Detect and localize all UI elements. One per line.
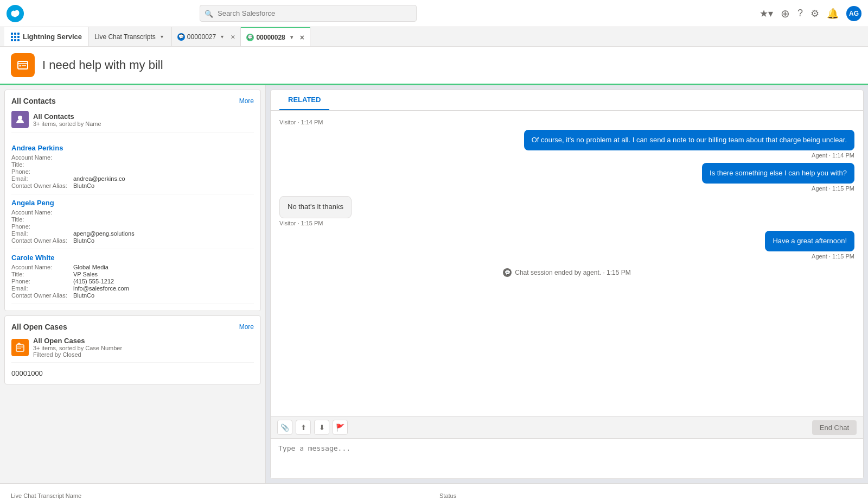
cases-group-icon [11, 339, 29, 356]
contact-phone: Phone: (415) 555-1212 [11, 278, 254, 285]
contact-phone: Phone: [11, 223, 254, 230]
close-icon[interactable]: × [231, 33, 235, 41]
close-icon[interactable]: × [300, 34, 304, 41]
svg-point-5 [18, 116, 22, 120]
field-label: Title: [11, 161, 71, 168]
chat-area: Visitor · 1:14 PM Of course, it's no pro… [271, 111, 863, 416]
field-value: Global Media [73, 264, 108, 270]
contact-name[interactable]: Angela Peng [11, 199, 254, 207]
end-chat-button[interactable]: End Chat [812, 420, 857, 435]
grid-icon [11, 33, 20, 41]
contact-name[interactable]: Carole White [11, 254, 254, 262]
chat-ended-icon: 💬 [503, 268, 512, 277]
favorites-icon[interactable]: ★▾ [760, 8, 773, 20]
status-label: Status [439, 492, 857, 499]
contact-owner: Contact Owner Alias: BlutnCo [11, 292, 254, 299]
svg-point-4 [20, 65, 21, 67]
contact-andrea-perkins: Andrea Perkins Account Name: Title: Phon… [11, 140, 254, 194]
svg-rect-3 [18, 61, 28, 69]
chevron-down-icon[interactable]: ▾ [158, 34, 166, 40]
related-tab-bar: RELATED [271, 90, 863, 111]
chat-message-agent-1: Of course, it's no problem at all. I can… [524, 130, 854, 159]
chat-message-visitor-1: Visitor · 1:14 PM [279, 117, 323, 125]
message-input[interactable] [278, 444, 856, 471]
chevron-down-icon[interactable]: ▾ [288, 34, 296, 40]
svg-point-2 [14, 12, 17, 17]
app-name-label: Lightning Service [23, 33, 82, 41]
tab-label: 00000027 [187, 33, 216, 41]
tab-00000028[interactable]: 💬 00000028 ▾ × [241, 27, 310, 46]
bottom-info-panel: Live Chat Transcript Name 00000028 Statu… [0, 483, 868, 499]
cases-group-title: All Open Cases [33, 337, 122, 345]
contact-owner: Contact Owner Alias: BlutnCo [11, 237, 254, 244]
chat-bubble: Is there something else I can help you w… [702, 163, 854, 184]
help-icon[interactable]: ? [797, 8, 803, 19]
download-button[interactable]: ⬇ [314, 420, 329, 435]
add-icon[interactable]: ⊕ [781, 7, 790, 20]
avatar[interactable]: AG [846, 6, 861, 21]
field-value: BlutnCo [73, 182, 94, 189]
chat-message-agent-3: Have a great afternoon! Agent · 1:15 PM [765, 231, 854, 260]
contact-name[interactable]: Andrea Perkins [11, 144, 254, 152]
search-bar: 🔍 [200, 5, 417, 22]
field-label: Phone: [11, 278, 71, 285]
svg-rect-6 [16, 345, 24, 351]
chevron-down-icon[interactable]: ▾ [218, 34, 226, 40]
contacts-title: All Contacts [11, 97, 56, 105]
cases-group-subtitle: 3+ items, sorted by Case Number [33, 345, 122, 351]
contact-carole-white: Carole White Account Name: Global Media … [11, 249, 254, 304]
tab-00000027[interactable]: 💬 00000027 ▾ × [172, 27, 241, 46]
field-label: Contact Owner Alias: [11, 237, 71, 244]
chat-meta: Visitor · 1:14 PM [279, 119, 323, 125]
chat-meta: Agent · 1:15 PM [702, 185, 854, 192]
flag-button[interactable]: 🚩 [333, 420, 348, 435]
field-value: BlutnCo [73, 237, 94, 244]
field-value: BlutnCo [73, 292, 94, 299]
tab-label: Live Chat Transcripts [94, 33, 156, 41]
case-number[interactable]: 00001000 [11, 369, 254, 377]
cases-section: All Open Cases More All Open Cases 3+ it… [4, 315, 261, 384]
contact-title: Title: VP Sales [11, 271, 254, 277]
info-grid: Live Chat Transcript Name 00000028 Statu… [0, 484, 868, 499]
tab-live-chat-transcripts[interactable]: Live Chat Transcripts ▾ [89, 27, 172, 46]
cases-section-header: All Open Cases More [11, 323, 254, 331]
chat-bubble: Have a great afternoon! [765, 231, 854, 251]
attachment-button[interactable]: 📎 [277, 420, 292, 435]
salesforce-logo[interactable] [7, 5, 24, 22]
search-input[interactable] [200, 5, 417, 22]
field-label: Email: [11, 230, 71, 237]
contacts-group-subtitle: 3+ items, sorted by Name [33, 121, 101, 127]
upload-button[interactable]: ⬆ [296, 420, 311, 435]
contacts-group: All Contacts 3+ items, sorted by Name [11, 111, 254, 133]
field-label: Email: [11, 285, 71, 292]
app-launcher-button[interactable]: Lightning Service [4, 27, 89, 46]
contact-account-name: Account Name: Global Media [11, 264, 254, 270]
chat-message-visitor-2: No that's it thanks Visitor · 1:15 PM [279, 196, 352, 226]
chat-toolbar: 📎 ⬆ ⬇ 🚩 End Chat [271, 416, 863, 438]
chat-icon: 💬 [246, 34, 254, 41]
field-label: Phone: [11, 223, 71, 230]
field-label: Account Name: [11, 154, 71, 161]
cases-more-link[interactable]: More [239, 323, 254, 331]
chat-meta: Agent · 1:14 PM [524, 152, 854, 159]
bell-icon[interactable]: 🔔 [827, 8, 839, 20]
tab-bar: Lightning Service Live Chat Transcripts … [0, 27, 868, 47]
field-label: Contact Owner Alias: [11, 182, 71, 189]
field-value: (415) 555-1212 [73, 278, 114, 285]
contact-title: Title: [11, 216, 254, 223]
field-value: andrea@perkins.co [73, 175, 125, 182]
contacts-more-link[interactable]: More [239, 97, 254, 105]
settings-icon[interactable]: ⚙ [810, 8, 819, 20]
right-panel: RELATED Visitor · 1:14 PM Of course, it'… [270, 90, 864, 479]
field-label: Title: [11, 216, 71, 223]
tab-label: 00000028 [256, 34, 285, 41]
tab-related[interactable]: RELATED [279, 90, 329, 110]
contact-email: Email: apeng@peng.solutions [11, 230, 254, 237]
chat-system-message: 💬 Chat session ended by agent. · 1:15 PM [279, 264, 854, 281]
cases-group: All Open Cases 3+ items, sorted by Case … [11, 337, 254, 363]
page-title: I need help with my bill [42, 58, 163, 72]
field-label: Phone: [11, 168, 71, 175]
contacts-group-icon [11, 111, 29, 128]
transcript-name-label: Live Chat Transcript Name [11, 492, 429, 499]
chat-bubble: Of course, it's no problem at all. I can… [524, 130, 854, 150]
